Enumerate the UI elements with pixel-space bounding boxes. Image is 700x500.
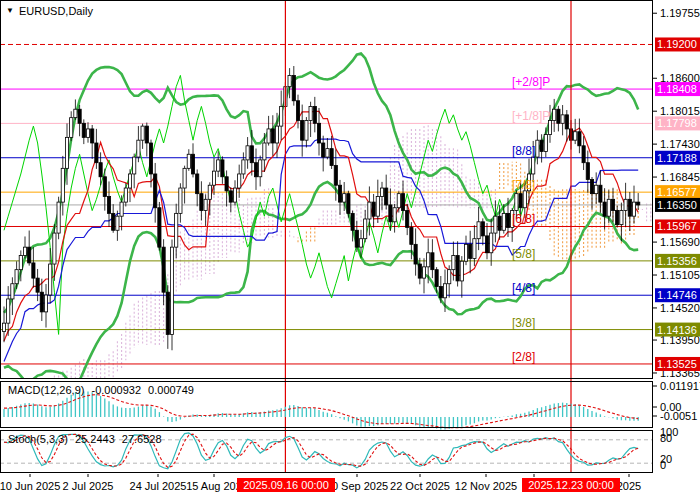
candle-body [351, 213, 354, 230]
candle-body [70, 118, 73, 138]
candle-body [422, 267, 425, 278]
candle-body [32, 263, 35, 278]
candle-body [317, 123, 320, 143]
price-tick-label: 1.15105 [660, 269, 700, 281]
candle-body [271, 129, 274, 143]
candle-body [439, 287, 442, 298]
candle-body [2, 323, 5, 331]
murrey-level-label: [3/8] [512, 316, 535, 330]
candle-body [574, 132, 577, 140]
price-badge-label: 1.17188 [657, 152, 697, 164]
candle-body [502, 213, 505, 230]
candle-body [536, 140, 539, 157]
symbol-timeframe-label[interactable]: ▼ EURUSD,Daily [6, 5, 93, 17]
candle-body [624, 199, 627, 210]
date-badge-label: 2025.09.16 00:00 [243, 479, 329, 491]
price-badge-label: 1.13525 [657, 358, 697, 370]
candle-body [124, 188, 127, 202]
candle-body [540, 140, 543, 151]
candle-body [166, 292, 169, 334]
candle-body [74, 109, 77, 117]
candle-body [343, 194, 346, 202]
candle-body [301, 120, 304, 140]
candle-body [607, 199, 610, 216]
candle-body [137, 140, 140, 157]
price-badge-label: 1.14136 [657, 324, 697, 336]
candle-body [590, 180, 593, 194]
date-tick-label: 22 Oct 2025 [390, 480, 450, 492]
candle-body [448, 270, 451, 284]
candle-body [565, 115, 568, 129]
chevron-down-icon[interactable]: ▼ [6, 7, 14, 15]
date-tick-label: 2 Jul 2025 [63, 480, 114, 492]
candle-body [86, 129, 89, 137]
macd-tick-label: 0.011917 [660, 380, 700, 392]
candle-body [250, 146, 253, 163]
candle-body [183, 168, 186, 188]
chart-canvas[interactable]: 1.197551.186001.180151.174301.168451.156… [0, 0, 700, 500]
candle-body [418, 264, 421, 278]
candle-body [359, 239, 362, 247]
candle-body [254, 163, 257, 177]
price-tick-label: 1.17430 [660, 138, 700, 150]
candle-body [632, 202, 635, 216]
macd-value: -0.000932 [91, 384, 141, 396]
candle-body [40, 292, 43, 312]
date-tick-label: 15 Aug 202 [186, 480, 242, 492]
candle-body [175, 213, 178, 247]
candle-body [544, 135, 547, 152]
price-badge-label: 1.17798 [657, 117, 697, 129]
candle-body [637, 202, 640, 205]
candle-body [456, 256, 459, 281]
candle-body [158, 208, 161, 247]
candle-body [217, 160, 220, 171]
murrey-level-label: [5/8] [512, 247, 535, 261]
candle-body [53, 233, 56, 264]
candle-body [557, 109, 560, 123]
candle-body [292, 75, 295, 100]
candle-body [179, 188, 182, 213]
date-tick-label: 10 Jun 2025 [0, 480, 60, 492]
candle-body [368, 202, 371, 219]
murrey-level-label: [+1/8]P [512, 109, 550, 123]
candle-body [523, 191, 526, 208]
candle-body [187, 154, 190, 168]
candle-body [372, 202, 375, 216]
candle-body [103, 177, 106, 197]
murrey-level-label: [7/8] [512, 178, 535, 192]
macd-signal-value: 0.000749 [148, 384, 194, 396]
candle-body [477, 222, 480, 239]
stoch-value: 25.2443 [75, 433, 115, 445]
candle-body [586, 163, 589, 180]
candle-body [431, 253, 434, 270]
candle-body [61, 168, 64, 202]
stoch-signal-value: 27.6528 [122, 433, 162, 445]
candle-body [246, 146, 249, 160]
candle-body [238, 174, 241, 188]
stoch-indicator-readout: Stoch(5,3,3) 25.2443 27.6528 [8, 433, 166, 445]
stoch-tick-label: 0 [660, 459, 666, 471]
candle-body [611, 199, 614, 210]
candle-body [334, 166, 337, 186]
candle-body [616, 211, 619, 225]
candle-body [313, 106, 316, 123]
candle-body [582, 146, 585, 163]
candle-body [133, 157, 136, 174]
murrey-level-label: [+2/8]P [512, 75, 550, 89]
candle-body [28, 247, 31, 263]
candle-body [473, 239, 476, 259]
candle-body [309, 106, 312, 120]
candle-body [519, 194, 522, 208]
candle-body [364, 219, 367, 239]
candle-body [397, 194, 400, 208]
candle-body [578, 132, 581, 146]
candle-body [326, 149, 329, 157]
murrey-level-label: [6/8] [512, 212, 535, 226]
date-badge-label: 2025.12.23 00:00 [528, 479, 614, 491]
price-tick-label: 1.15690 [660, 236, 700, 248]
macd-tick-label: -0.0051 [660, 410, 697, 422]
candle-body [515, 194, 518, 211]
price-badge-label: 1.16577 [657, 186, 697, 198]
symbol-label-text: EURUSD,Daily [19, 5, 93, 17]
candle-body [242, 160, 245, 174]
